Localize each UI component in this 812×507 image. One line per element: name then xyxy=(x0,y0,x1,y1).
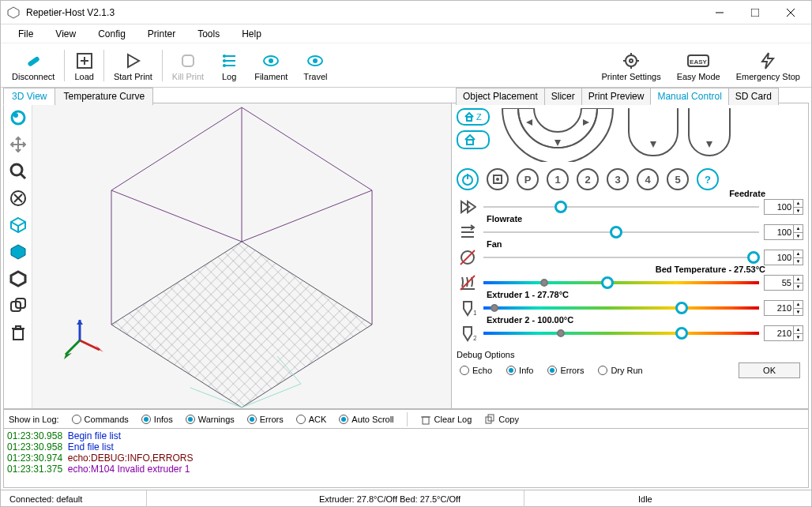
svg-text:2: 2 xyxy=(473,334,476,342)
main-toolbar: Disconnect Load Start Print Kill Print L… xyxy=(1,43,811,88)
svg-marker-80 xyxy=(464,302,472,315)
preset-1-button[interactable]: 1 xyxy=(547,168,569,190)
log-ack-toggle[interactable]: ACK xyxy=(296,415,327,424)
debug-ok-button[interactable]: OK xyxy=(739,362,800,378)
log-warnings-toggle[interactable]: Warnings xyxy=(186,415,235,424)
extruder1-slider[interactable] xyxy=(483,306,759,310)
feedrate-spinner[interactable]: ▲▼ xyxy=(794,199,803,215)
front-view-button[interactable] xyxy=(7,241,29,263)
play-icon xyxy=(123,50,142,72)
extruder2-slider[interactable] xyxy=(483,332,759,335)
clone-button[interactable] xyxy=(7,295,29,317)
zoom-button[interactable] xyxy=(7,160,29,182)
extruder1-input[interactable] xyxy=(764,300,794,316)
clear-log-button[interactable]: Clear Log xyxy=(420,414,472,425)
svg-marker-9 xyxy=(128,54,139,67)
debug-echo-radio[interactable]: Echo xyxy=(460,366,492,375)
feedrate-input[interactable] xyxy=(764,199,794,215)
filament-toggle-button[interactable]: Filament xyxy=(246,43,295,87)
fan-slider[interactable] xyxy=(483,257,759,258)
viewport-3d[interactable] xyxy=(3,103,452,409)
parallel-view-button[interactable] xyxy=(7,268,29,290)
kill-print-button[interactable]: Kill Print xyxy=(164,43,212,87)
tab-print-preview[interactable]: Print Preview xyxy=(581,88,652,105)
menu-view[interactable]: View xyxy=(44,28,87,39)
tab-object-placement[interactable]: Object Placement xyxy=(456,88,545,105)
motor-off-button[interactable] xyxy=(487,168,509,190)
debug-header: Debug Options xyxy=(457,350,803,359)
gear-icon xyxy=(622,50,641,72)
xy-jog-control[interactable] xyxy=(494,108,621,162)
preset-3-button[interactable]: 3 xyxy=(607,168,629,190)
flowrate-input[interactable] xyxy=(764,224,794,240)
preset-2-button[interactable]: 2 xyxy=(577,168,599,190)
debug-info-radio[interactable]: Info xyxy=(506,366,533,375)
extruder2-spinner[interactable]: ▲▼ xyxy=(794,325,803,341)
menu-config[interactable]: Config xyxy=(87,28,137,39)
tab-slicer[interactable]: Slicer xyxy=(544,88,582,105)
log-autoscroll-toggle[interactable]: Auto Scroll xyxy=(339,415,393,424)
z-jog-control[interactable] xyxy=(626,108,681,162)
feedrate-slider[interactable] xyxy=(483,206,759,208)
log-errors-toggle[interactable]: Errors xyxy=(247,415,284,424)
orbit-button[interactable] xyxy=(7,107,29,129)
maximize-button[interactable] xyxy=(737,2,773,24)
emergency-stop-button[interactable]: Emergency Stop xyxy=(728,43,808,87)
delete-button[interactable] xyxy=(7,321,29,344)
flowrate-spinner[interactable]: ▲▼ xyxy=(794,224,803,240)
debug-dryrun-radio[interactable]: Dry Run xyxy=(598,366,642,375)
extruder1-spinner[interactable]: ▲▼ xyxy=(794,300,803,316)
easy-mode-button[interactable]: EASY Easy Mode xyxy=(669,43,728,87)
extruder2-input[interactable] xyxy=(764,325,794,341)
log-output[interactable]: 01:23:30.958 Begin file list01:23:30.958… xyxy=(3,428,809,488)
iso-view-button[interactable] xyxy=(7,214,29,236)
fan-input[interactable] xyxy=(764,250,794,265)
menu-tools[interactable]: Tools xyxy=(186,28,231,39)
printer-settings-button[interactable]: Printer Settings xyxy=(593,43,668,87)
home-all-button[interactable] xyxy=(457,130,490,149)
fit-button[interactable] xyxy=(7,187,29,209)
tab-3d-view[interactable]: 3D View xyxy=(3,88,55,105)
copy-log-button[interactable]: Copy xyxy=(484,414,519,425)
svg-text:EASY: EASY xyxy=(690,58,707,66)
stop-icon xyxy=(179,50,197,72)
disconnect-button[interactable]: Disconnect xyxy=(4,43,62,87)
svg-point-14 xyxy=(223,54,226,58)
svg-rect-45 xyxy=(13,329,23,340)
log-commands-toggle[interactable]: Commands xyxy=(72,415,129,424)
park-button[interactable]: P xyxy=(517,168,539,190)
flowrate-slider[interactable] xyxy=(483,231,759,233)
bed-temp-label: Bed Temperature - 27.53°C xyxy=(656,265,765,274)
fan-spinner[interactable]: ▲▼ xyxy=(794,250,803,265)
bed-temp-slider[interactable] xyxy=(483,281,759,284)
home-z-button[interactable]: Z xyxy=(457,108,490,126)
load-button[interactable]: Load xyxy=(66,43,101,87)
svg-point-18 xyxy=(269,58,273,63)
log-infos-toggle[interactable]: Infos xyxy=(141,415,173,424)
power-button[interactable] xyxy=(457,168,479,190)
bed-temp-input[interactable] xyxy=(764,275,794,291)
pan-button[interactable] xyxy=(7,133,29,156)
preset-5-button[interactable]: 5 xyxy=(667,168,689,190)
tab-manual-control[interactable]: Manual Control xyxy=(650,88,728,105)
printer-settings-label: Printer Settings xyxy=(601,72,660,81)
tab-temperature-curve[interactable]: Temperature Curve xyxy=(55,88,153,105)
minimize-button[interactable] xyxy=(701,2,737,24)
travel-toggle-button[interactable]: Travel xyxy=(295,43,335,87)
menu-file[interactable]: File xyxy=(7,28,44,39)
feedrate-label: Feedrate xyxy=(729,189,765,198)
tab-sd-card[interactable]: SD Card xyxy=(728,88,779,105)
log-toggle-button[interactable]: Log xyxy=(212,43,246,87)
close-button[interactable] xyxy=(773,2,808,24)
preset-4-button[interactable]: 4 xyxy=(637,168,659,190)
start-print-button[interactable]: Start Print xyxy=(106,43,160,87)
bed-temp-spinner[interactable]: ▲▼ xyxy=(794,275,803,291)
menu-help[interactable]: Help xyxy=(231,28,273,39)
home-icon xyxy=(464,112,474,122)
extruder-jog-control[interactable] xyxy=(686,108,733,162)
trash-icon xyxy=(420,414,431,425)
fan-row: Fan ▲▼ xyxy=(457,249,803,266)
debug-errors-radio[interactable]: Errors xyxy=(547,366,584,375)
menu-printer[interactable]: Printer xyxy=(137,28,186,39)
help-button[interactable]: ? xyxy=(697,168,719,190)
